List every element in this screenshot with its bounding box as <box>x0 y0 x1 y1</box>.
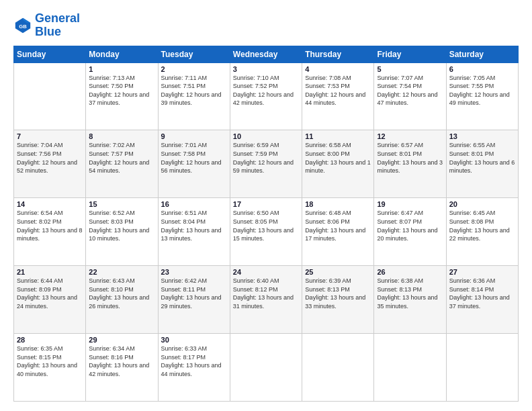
day-info: Sunrise: 6:36 AMSunset: 8:14 PMDaylight:… <box>449 277 515 310</box>
day-info: Sunrise: 7:10 AMSunset: 7:52 PMDaylight:… <box>233 74 299 107</box>
day-number: 15 <box>89 200 154 208</box>
day-number: 18 <box>305 200 371 208</box>
logo-text: General Blue <box>35 12 80 39</box>
calendar-cell: 15Sunrise: 6:52 AMSunset: 8:03 PMDayligh… <box>86 198 158 266</box>
day-info: Sunrise: 6:50 AMSunset: 8:05 PMDaylight:… <box>233 209 299 242</box>
day-info: Sunrise: 7:13 AMSunset: 7:50 PMDaylight:… <box>89 74 154 107</box>
logo-icon: GB <box>13 16 32 35</box>
page: GB General Blue SundayMondayTuesdayWedne… <box>0 0 532 411</box>
calendar-cell: 7Sunrise: 7:04 AMSunset: 7:56 PMDaylight… <box>14 130 86 198</box>
day-number: 26 <box>377 268 443 276</box>
calendar-cell: 4Sunrise: 7:08 AMSunset: 7:53 PMDaylight… <box>302 62 374 130</box>
day-number: 24 <box>233 268 299 276</box>
calendar-cell: 28Sunrise: 6:35 AMSunset: 8:15 PMDayligh… <box>14 334 86 402</box>
calendar-week-row: 21Sunrise: 6:44 AMSunset: 8:09 PMDayligh… <box>14 266 519 334</box>
weekday-header: Thursday <box>302 46 374 62</box>
day-number: 13 <box>449 132 515 140</box>
day-info: Sunrise: 7:04 AMSunset: 7:56 PMDaylight:… <box>17 141 83 175</box>
calendar-cell: 21Sunrise: 6:44 AMSunset: 8:09 PMDayligh… <box>14 266 86 334</box>
calendar-cell: 11Sunrise: 6:58 AMSunset: 8:00 PMDayligh… <box>302 130 374 198</box>
calendar-cell: 27Sunrise: 6:36 AMSunset: 8:14 PMDayligh… <box>446 266 518 334</box>
calendar-cell: 10Sunrise: 6:59 AMSunset: 7:59 PMDayligh… <box>230 130 302 198</box>
calendar-cell: 26Sunrise: 6:38 AMSunset: 8:13 PMDayligh… <box>374 266 446 334</box>
day-number: 17 <box>233 200 299 208</box>
calendar-cell: 8Sunrise: 7:02 AMSunset: 7:57 PMDaylight… <box>86 130 158 198</box>
day-info: Sunrise: 6:45 AMSunset: 8:08 PMDaylight:… <box>449 209 515 242</box>
calendar-cell: 16Sunrise: 6:51 AMSunset: 8:04 PMDayligh… <box>158 198 230 266</box>
weekday-header: Tuesday <box>158 46 230 62</box>
calendar-cell: 2Sunrise: 7:11 AMSunset: 7:51 PMDaylight… <box>158 62 230 130</box>
day-number: 5 <box>377 65 443 73</box>
day-info: Sunrise: 7:08 AMSunset: 7:53 PMDaylight:… <box>305 74 371 107</box>
day-info: Sunrise: 6:42 AMSunset: 8:11 PMDaylight:… <box>161 277 227 310</box>
day-info: Sunrise: 6:47 AMSunset: 8:07 PMDaylight:… <box>377 209 443 242</box>
day-info: Sunrise: 7:07 AMSunset: 7:54 PMDaylight:… <box>377 74 443 107</box>
day-info: Sunrise: 6:40 AMSunset: 8:12 PMDaylight:… <box>233 277 299 310</box>
calendar-cell: 20Sunrise: 6:45 AMSunset: 8:08 PMDayligh… <box>446 198 518 266</box>
day-number: 9 <box>161 132 227 140</box>
calendar-cell <box>302 334 374 402</box>
calendar-cell: 29Sunrise: 6:34 AMSunset: 8:16 PMDayligh… <box>86 334 158 402</box>
day-number: 28 <box>17 336 83 344</box>
day-number: 11 <box>305 132 371 140</box>
day-number: 29 <box>89 336 154 344</box>
day-number: 7 <box>17 132 83 140</box>
calendar-cell: 5Sunrise: 7:07 AMSunset: 7:54 PMDaylight… <box>374 62 446 130</box>
calendar-week-row: 1Sunrise: 7:13 AMSunset: 7:50 PMDaylight… <box>14 62 519 130</box>
calendar-cell: 30Sunrise: 6:33 AMSunset: 8:17 PMDayligh… <box>158 334 230 402</box>
day-info: Sunrise: 6:39 AMSunset: 8:13 PMDaylight:… <box>305 277 371 310</box>
day-info: Sunrise: 7:01 AMSunset: 7:58 PMDaylight:… <box>161 141 227 175</box>
day-info: Sunrise: 6:35 AMSunset: 8:15 PMDaylight:… <box>17 345 83 378</box>
day-number: 10 <box>233 132 299 140</box>
day-info: Sunrise: 6:52 AMSunset: 8:03 PMDaylight:… <box>89 209 154 242</box>
day-number: 25 <box>305 268 371 276</box>
calendar-header-row: SundayMondayTuesdayWednesdayThursdayFrid… <box>14 46 519 62</box>
weekday-header: Wednesday <box>230 46 302 62</box>
header: GB General Blue <box>13 12 519 39</box>
day-info: Sunrise: 6:38 AMSunset: 8:13 PMDaylight:… <box>377 277 443 310</box>
day-number: 21 <box>17 268 83 276</box>
day-info: Sunrise: 6:34 AMSunset: 8:16 PMDaylight:… <box>89 345 154 378</box>
calendar-cell <box>374 334 446 402</box>
calendar-cell: 22Sunrise: 6:43 AMSunset: 8:10 PMDayligh… <box>86 266 158 334</box>
calendar-cell <box>14 62 86 130</box>
day-number: 14 <box>17 200 83 208</box>
day-number: 6 <box>449 65 515 73</box>
day-info: Sunrise: 6:59 AMSunset: 7:59 PMDaylight:… <box>233 141 299 175</box>
day-number: 2 <box>161 65 227 73</box>
day-number: 1 <box>89 65 154 73</box>
calendar-cell: 17Sunrise: 6:50 AMSunset: 8:05 PMDayligh… <box>230 198 302 266</box>
day-number: 30 <box>161 336 227 344</box>
calendar-cell: 24Sunrise: 6:40 AMSunset: 8:12 PMDayligh… <box>230 266 302 334</box>
svg-text:GB: GB <box>19 24 27 30</box>
calendar-cell: 3Sunrise: 7:10 AMSunset: 7:52 PMDaylight… <box>230 62 302 130</box>
day-info: Sunrise: 6:57 AMSunset: 8:01 PMDaylight:… <box>377 141 443 175</box>
day-info: Sunrise: 6:43 AMSunset: 8:10 PMDaylight:… <box>89 277 154 310</box>
day-number: 20 <box>449 200 515 208</box>
calendar-cell <box>446 334 518 402</box>
day-number: 22 <box>89 268 154 276</box>
calendar-week-row: 28Sunrise: 6:35 AMSunset: 8:15 PMDayligh… <box>14 334 519 402</box>
calendar-cell: 14Sunrise: 6:54 AMSunset: 8:02 PMDayligh… <box>14 198 86 266</box>
day-number: 8 <box>89 132 154 140</box>
calendar-cell <box>230 334 302 402</box>
day-number: 4 <box>305 65 371 73</box>
calendar-cell: 1Sunrise: 7:13 AMSunset: 7:50 PMDaylight… <box>86 62 158 130</box>
logo: GB General Blue <box>13 12 80 39</box>
weekday-header: Friday <box>374 46 446 62</box>
day-number: 12 <box>377 132 443 140</box>
day-info: Sunrise: 7:02 AMSunset: 7:57 PMDaylight:… <box>89 141 154 175</box>
weekday-header: Saturday <box>446 46 518 62</box>
calendar-cell: 6Sunrise: 7:05 AMSunset: 7:55 PMDaylight… <box>446 62 518 130</box>
calendar-cell: 25Sunrise: 6:39 AMSunset: 8:13 PMDayligh… <box>302 266 374 334</box>
day-info: Sunrise: 6:58 AMSunset: 8:00 PMDaylight:… <box>305 141 371 175</box>
calendar-cell: 23Sunrise: 6:42 AMSunset: 8:11 PMDayligh… <box>158 266 230 334</box>
calendar-cell: 9Sunrise: 7:01 AMSunset: 7:58 PMDaylight… <box>158 130 230 198</box>
weekday-header: Sunday <box>14 46 86 62</box>
day-info: Sunrise: 6:44 AMSunset: 8:09 PMDaylight:… <box>17 277 83 310</box>
day-number: 23 <box>161 268 227 276</box>
calendar-cell: 12Sunrise: 6:57 AMSunset: 8:01 PMDayligh… <box>374 130 446 198</box>
day-number: 16 <box>161 200 227 208</box>
day-info: Sunrise: 6:55 AMSunset: 8:01 PMDaylight:… <box>449 141 515 175</box>
day-info: Sunrise: 6:54 AMSunset: 8:02 PMDaylight:… <box>17 209 83 242</box>
